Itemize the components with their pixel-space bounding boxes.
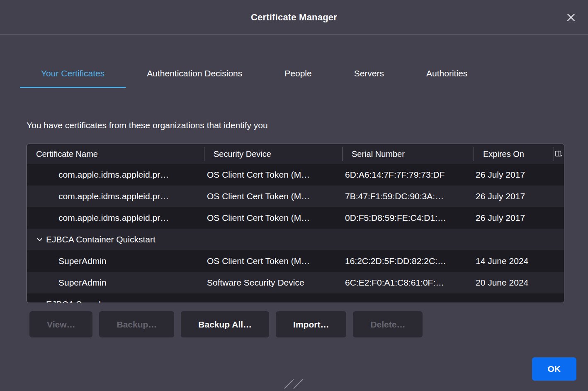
group-label: EJBCA Container Quickstart bbox=[46, 235, 156, 244]
tab-label: Servers bbox=[354, 68, 384, 78]
intro-text: You have certificates from these organiz… bbox=[27, 120, 588, 130]
security-device-cell: OS Client Cert Token (M… bbox=[204, 256, 343, 266]
dialog-titlebar: Certificate Manager bbox=[0, 0, 588, 35]
cert-name-cell: SuperAdmin bbox=[27, 278, 204, 288]
cert-name-cell: com.apple.idms.appleid.pr… bbox=[27, 191, 204, 201]
tab-authorities[interactable]: Authorities bbox=[405, 60, 488, 88]
group-row[interactable]: EJBCA Container Quickstart bbox=[27, 229, 564, 250]
security-device-cell: Software Security Device bbox=[204, 278, 343, 288]
import-button[interactable]: Import… bbox=[276, 311, 346, 337]
close-button[interactable] bbox=[562, 9, 580, 26]
resize-grippy[interactable] bbox=[284, 379, 313, 391]
column-header-label: Serial Number bbox=[352, 149, 405, 159]
security-device-cell: OS Client Cert Token (M… bbox=[204, 170, 343, 180]
serial-number-cell: 6C:E2:F0:A1:C8:61:0F:… bbox=[343, 278, 474, 288]
cert-name-cell: SuperAdmin bbox=[27, 256, 204, 266]
action-button-row: View… Backup… Backup All… Import… Delete… bbox=[29, 311, 588, 337]
security-device-cell: OS Client Cert Token (M… bbox=[204, 191, 343, 201]
tab-bar: Your Certificates Authentication Decisio… bbox=[20, 60, 588, 88]
tab-label: Authorities bbox=[426, 68, 467, 78]
column-header-expires-on[interactable]: Expires On bbox=[474, 144, 554, 164]
expires-on-cell: 14 June 2024 bbox=[474, 256, 554, 266]
table-body: com.apple.idms.appleid.pr… OS Client Cer… bbox=[27, 164, 564, 303]
expires-on-cell: 26 July 2017 bbox=[474, 191, 554, 201]
ok-button[interactable]: OK bbox=[532, 357, 577, 381]
column-header-label: Security Device bbox=[214, 149, 271, 159]
backup-all-button[interactable]: Backup All… bbox=[181, 311, 269, 337]
tab-label: Authentication Decisions bbox=[147, 68, 242, 78]
column-picker-icon bbox=[555, 150, 563, 158]
expires-on-cell: 26 July 2017 bbox=[474, 213, 554, 223]
group-row[interactable]: EJBCA Sampl bbox=[27, 293, 564, 303]
backup-button: Backup… bbox=[99, 311, 174, 337]
table-row[interactable]: com.apple.idms.appleid.pr… OS Client Cer… bbox=[27, 207, 564, 229]
table-row[interactable]: com.apple.idms.appleid.pr… OS Client Cer… bbox=[27, 186, 564, 207]
cert-name-cell: com.apple.idms.appleid.pr… bbox=[27, 213, 204, 223]
tab-people[interactable]: People bbox=[263, 60, 333, 88]
column-header-label: Expires On bbox=[483, 149, 524, 159]
tab-servers[interactable]: Servers bbox=[333, 60, 405, 88]
cert-name-cell: com.apple.idms.appleid.pr… bbox=[27, 170, 204, 180]
chevron-down-icon[interactable] bbox=[37, 303, 42, 303]
expires-on-cell: 20 June 2024 bbox=[474, 278, 554, 288]
chevron-down-icon[interactable] bbox=[37, 238, 42, 242]
serial-number-cell: 16:2C:2D:5F:DD:82:2C:… bbox=[343, 256, 474, 266]
column-header-security-device[interactable]: Security Device bbox=[204, 144, 343, 164]
security-device-cell: OS Client Cert Token (M… bbox=[204, 213, 343, 223]
dialog-title: Certificate Manager bbox=[251, 12, 337, 23]
column-picker-button[interactable] bbox=[554, 144, 564, 164]
group-label: EJBCA Sampl bbox=[46, 299, 101, 303]
table-row[interactable]: com.apple.idms.appleid.pr… OS Client Cer… bbox=[27, 164, 564, 186]
expires-on-cell: 26 July 2017 bbox=[474, 170, 554, 180]
table-header: Certificate Name Security Device Serial … bbox=[27, 144, 564, 164]
serial-number-cell: 7B:47:F1:59:DC:90:3A:… bbox=[343, 191, 474, 201]
column-header-label: Certificate Name bbox=[36, 149, 98, 159]
tab-your-certificates[interactable]: Your Certificates bbox=[20, 60, 126, 88]
serial-number-cell: 6D:A6:14:7F:7F:79:73:DF bbox=[343, 170, 474, 180]
table-row[interactable]: SuperAdmin OS Client Cert Token (M… 16:2… bbox=[27, 250, 564, 272]
table-row[interactable]: SuperAdmin Software Security Device 6C:E… bbox=[27, 272, 564, 293]
delete-button: Delete… bbox=[353, 311, 423, 337]
view-button: View… bbox=[29, 311, 92, 337]
tab-label: People bbox=[284, 68, 311, 78]
tab-label: Your Certificates bbox=[41, 68, 104, 78]
column-header-serial-number[interactable]: Serial Number bbox=[343, 144, 474, 164]
close-icon bbox=[566, 12, 576, 22]
resize-grippy-icon bbox=[284, 379, 313, 389]
column-header-certificate-name[interactable]: Certificate Name bbox=[27, 144, 204, 164]
serial-number-cell: 0D:F5:D8:59:FE:C4:D1:… bbox=[343, 213, 474, 223]
tab-authentication-decisions[interactable]: Authentication Decisions bbox=[126, 60, 263, 88]
certificates-table: Certificate Name Security Device Serial … bbox=[27, 144, 564, 303]
